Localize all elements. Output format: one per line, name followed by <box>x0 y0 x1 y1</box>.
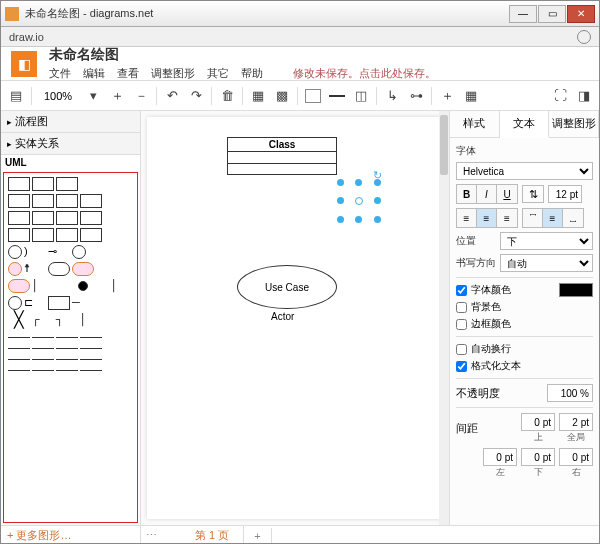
italic-button[interactable]: I <box>477 185 497 203</box>
section-uml[interactable]: UML <box>1 155 140 170</box>
class-shape[interactable]: Class <box>227 137 337 175</box>
shape-item[interactable] <box>80 194 102 208</box>
opacity-input[interactable] <box>547 384 593 402</box>
shape-arrow[interactable] <box>80 348 102 349</box>
shape-item[interactable] <box>8 211 30 225</box>
shape-actor[interactable]: ☨ <box>24 262 46 276</box>
rotate-handle-icon[interactable]: ↻ <box>373 169 383 179</box>
spacing-bottom-input[interactable] <box>521 448 555 466</box>
zoom-dropdown-icon[interactable]: ▾ <box>82 85 104 107</box>
line-color-icon[interactable] <box>326 85 348 107</box>
shape-item[interactable] <box>56 177 78 191</box>
wrap-checkbox[interactable] <box>456 344 467 355</box>
shape-item[interactable] <box>56 194 78 208</box>
shape-item[interactable] <box>32 177 54 191</box>
close-button[interactable]: ✕ <box>567 5 595 23</box>
shape-item[interactable]: │ <box>80 313 102 327</box>
table-icon[interactable]: ▦ <box>460 85 482 107</box>
shape-circle[interactable] <box>72 245 86 259</box>
shape-item[interactable] <box>32 194 54 208</box>
menu-help[interactable]: 帮助 <box>241 66 263 81</box>
shape-item[interactable] <box>8 296 22 310</box>
shape-line[interactable] <box>56 337 78 338</box>
insert-icon[interactable]: ＋ <box>436 85 458 107</box>
align-left-button[interactable]: ≡ <box>457 209 477 227</box>
shape-item[interactable] <box>32 228 54 242</box>
waypoints-icon[interactable]: ⊶ <box>405 85 427 107</box>
fullscreen-icon[interactable]: ⛶ <box>549 85 571 107</box>
more-shapes-button[interactable]: + 更多图形… <box>1 526 141 544</box>
shadow-icon[interactable]: ◫ <box>350 85 372 107</box>
menu-extras[interactable]: 其它 <box>207 66 229 81</box>
shape-arrow[interactable] <box>56 348 78 349</box>
shape-arrow[interactable] <box>32 359 54 360</box>
align-top-button[interactable]: ⎴ <box>523 209 543 227</box>
sidebar-toggle-icon[interactable]: ▤ <box>5 85 27 107</box>
shape-arrow[interactable] <box>56 359 78 360</box>
shape-item[interactable] <box>80 177 102 191</box>
shape-line[interactable] <box>80 337 102 338</box>
tab-style[interactable]: 样式 <box>450 111 500 137</box>
border-color-checkbox[interactable] <box>456 319 467 330</box>
shape-arrow[interactable] <box>8 370 30 371</box>
shape-item[interactable] <box>48 262 70 276</box>
shape-destroy[interactable]: ╳ <box>8 313 30 327</box>
spacing-right-input[interactable] <box>559 448 593 466</box>
formatted-checkbox[interactable] <box>456 361 467 372</box>
shape-circle[interactable] <box>8 245 22 259</box>
redo-icon[interactable]: ↷ <box>185 85 207 107</box>
canvas-area[interactable]: Class Use Case Actor ↻ <box>141 111 449 525</box>
shape-arrow[interactable] <box>8 359 30 360</box>
shape-item[interactable] <box>80 228 102 242</box>
shape-arrow[interactable] <box>56 370 78 371</box>
shape-arrow[interactable] <box>8 348 30 349</box>
shape-item[interactable]: ┌ <box>32 313 54 327</box>
usecase-shape[interactable]: Use Case <box>237 265 337 309</box>
zoom-level[interactable]: 100% <box>36 90 80 102</box>
selection-handles[interactable]: ↻ <box>337 179 381 223</box>
page-tab-1[interactable]: 第 1 页 <box>181 526 244 544</box>
menu-edit[interactable]: 编辑 <box>83 66 105 81</box>
shape-item[interactable] <box>8 279 30 293</box>
shape-item[interactable] <box>8 177 30 191</box>
shape-item[interactable]: ⊏ <box>24 296 46 310</box>
spacing-top-input[interactable] <box>521 413 555 431</box>
section-flowchart[interactable]: ▸流程图 <box>1 111 140 133</box>
add-page-button[interactable]: + <box>244 528 271 544</box>
align-right-button[interactable]: ≡ <box>497 209 517 227</box>
page-menu-icon[interactable]: ⋯ <box>141 529 161 542</box>
delete-icon[interactable]: 🗑 <box>216 85 238 107</box>
format-panel-icon[interactable]: ◨ <box>573 85 595 107</box>
underline-button[interactable]: U <box>497 185 517 203</box>
shape-item[interactable] <box>8 194 30 208</box>
section-er[interactable]: ▸实体关系 <box>1 133 140 155</box>
tab-arrange[interactable]: 调整图形 <box>549 111 599 137</box>
position-select[interactable]: 下 <box>500 232 593 250</box>
shape-final[interactable] <box>78 281 88 291</box>
shape-boundary[interactable] <box>8 262 22 276</box>
shape-item[interactable]: ─ <box>72 296 94 310</box>
language-icon[interactable] <box>577 30 591 44</box>
align-center-button[interactable]: ≡ <box>477 209 497 227</box>
shape-item[interactable] <box>56 211 78 225</box>
font-family-select[interactable]: Helvetica <box>456 162 593 180</box>
vertical-text-button[interactable]: ⇅ <box>522 185 544 203</box>
font-color-checkbox[interactable] <box>456 285 467 296</box>
bold-button[interactable]: B <box>457 185 477 203</box>
shape-item[interactable]: ┐ <box>56 313 78 327</box>
actor-label[interactable]: Actor <box>271 311 294 322</box>
shape-line[interactable] <box>32 337 54 338</box>
document-title[interactable]: 未命名绘图 <box>49 46 436 64</box>
font-size-input[interactable] <box>548 185 582 203</box>
menu-file[interactable]: 文件 <box>49 66 71 81</box>
font-color-swatch[interactable] <box>559 283 593 297</box>
align-bottom-button[interactable]: ⎵ <box>563 209 583 227</box>
bg-color-checkbox[interactable] <box>456 302 467 313</box>
shape-item[interactable]: │ <box>111 279 133 293</box>
unsaved-warning[interactable]: 修改未保存。点击此处保存。 <box>293 66 436 81</box>
shape-item[interactable] <box>72 262 94 276</box>
menu-view[interactable]: 查看 <box>117 66 139 81</box>
shape-item[interactable] <box>48 296 70 310</box>
shape-item[interactable]: ) <box>24 245 46 259</box>
shape-item[interactable] <box>56 228 78 242</box>
